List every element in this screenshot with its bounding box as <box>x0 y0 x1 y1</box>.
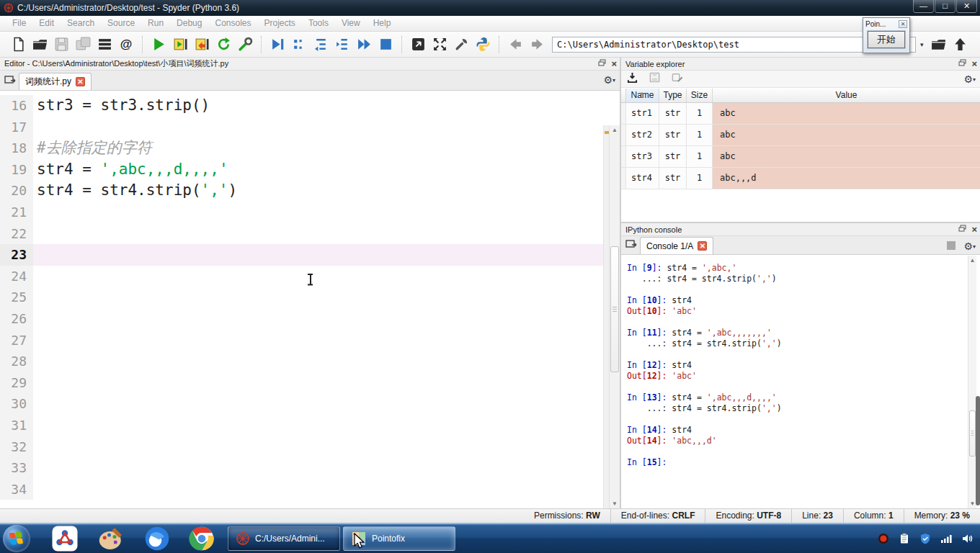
run-configure-button[interactable] <box>235 35 255 55</box>
variable-cell[interactable]: str3 <box>626 146 659 167</box>
variable-cell[interactable]: abc <box>713 125 980 145</box>
debug-file-button[interactable] <box>267 35 288 55</box>
editor-line[interactable]: 28 <box>0 351 603 372</box>
rerun-cell-button[interactable] <box>213 35 233 55</box>
editor-line[interactable]: 27 <box>0 330 603 351</box>
close-button[interactable]: ✕ <box>956 0 977 13</box>
editor-line[interactable]: 19str4 = ',abc,,,d,,,,' <box>0 159 603 181</box>
editor-scrollbar[interactable]: ▲ ▼ <box>609 125 620 508</box>
network-signal-tray-icon[interactable] <box>940 533 952 544</box>
editor-line[interactable]: 22 <box>0 223 603 245</box>
taskbar-task-spyder[interactable]: C:/Users/Admini... <box>228 526 340 551</box>
variable-cell[interactable]: 1 <box>687 146 713 167</box>
console-scrollbar-thumb[interactable] <box>969 410 976 457</box>
menu-file[interactable]: File <box>6 16 32 31</box>
file-switcher-button[interactable] <box>94 35 115 55</box>
taskbar-app-paint-icon[interactable] <box>97 524 125 553</box>
editor-line[interactable]: 23 <box>0 244 603 266</box>
minimize-button[interactable]: — <box>913 0 934 13</box>
variable-row[interactable]: str4str1abc,,,d <box>621 168 980 189</box>
preferences-button[interactable] <box>451 35 471 55</box>
start-button[interactable] <box>3 525 30 552</box>
editor-scrollbar-thumb[interactable] <box>610 246 619 372</box>
variable-cell[interactable]: str <box>659 103 687 124</box>
variable-explorer-options-icon[interactable]: ⚙▾ <box>963 73 976 85</box>
editor-options-icon[interactable]: ⚙▾ <box>603 74 615 86</box>
taskbar-app-chrome-icon[interactable] <box>187 524 216 553</box>
scroll-up-arrow[interactable]: ▲ <box>610 127 620 133</box>
import-data-icon[interactable] <box>627 72 638 86</box>
tab-close-icon[interactable]: ✕ <box>698 241 707 251</box>
save-button[interactable] <box>51 35 71 55</box>
browse-tabs-icon[interactable] <box>625 238 637 251</box>
variable-cell[interactable]: abc <box>713 103 980 124</box>
run-cell-button[interactable] <box>170 35 190 55</box>
variable-cell[interactable]: str1 <box>626 103 659 124</box>
editor-line[interactable]: 29 <box>0 372 603 394</box>
close-pane-icon[interactable]: × <box>971 60 977 68</box>
editor-line[interactable]: 24 <box>0 266 603 287</box>
variable-cell[interactable]: 1 <box>687 125 713 145</box>
directory-dropdown-icon[interactable]: ▾ <box>916 41 928 48</box>
editor-line[interactable]: 21 <box>0 202 603 223</box>
browse-tabs-icon[interactable] <box>4 74 16 87</box>
new-file-button[interactable] <box>8 35 28 55</box>
recording-tray-icon[interactable] <box>878 533 889 544</box>
editor-line[interactable]: 17 <box>0 117 603 138</box>
window-edge-scrollbar[interactable] <box>976 396 980 505</box>
maximize-button[interactable]: □ <box>935 0 956 13</box>
volume-tray-icon[interactable] <box>961 533 973 544</box>
scroll-down-arrow[interactable]: ▼ <box>610 500 620 507</box>
variable-cell[interactable]: str4 <box>626 168 659 189</box>
taskbar-app-sunlogin-icon[interactable] <box>50 524 79 553</box>
variable-cell[interactable]: 1 <box>687 103 713 124</box>
variable-cell[interactable]: 1 <box>687 168 713 189</box>
clipboard-tray-icon[interactable] <box>899 533 910 544</box>
variable-row[interactable]: str3str1abc <box>621 146 980 168</box>
browse-directory-button[interactable] <box>929 35 949 55</box>
parent-directory-button[interactable] <box>950 35 971 55</box>
stop-debug-button[interactable] <box>375 35 396 55</box>
code-editor[interactable]: 16str3 = str3.strip()1718#去除指定的字符19str4 … <box>0 91 620 508</box>
pointofix-close-icon[interactable]: ✕ <box>899 20 907 28</box>
forward-button[interactable] <box>527 35 547 55</box>
pointofix-start-button[interactable]: 开始 <box>868 31 905 48</box>
menu-projects[interactable]: Projects <box>258 16 302 31</box>
editor-tab[interactable]: 词频统计.py ✕ <box>19 73 92 90</box>
variable-cell[interactable]: abc <box>713 146 980 167</box>
menu-view[interactable]: View <box>335 16 367 31</box>
menu-debug[interactable]: Debug <box>170 16 208 31</box>
menu-search[interactable]: Search <box>61 16 101 31</box>
scroll-up-arrow[interactable]: ▲ <box>968 257 976 264</box>
variable-row[interactable]: str1str1abc <box>621 103 980 125</box>
interrupt-kernel-icon[interactable] <box>947 241 956 250</box>
editor-line[interactable]: 25 <box>0 287 603 308</box>
column-header-name[interactable]: Name <box>626 89 659 102</box>
column-header-type[interactable]: Type <box>659 89 687 102</box>
editor-line[interactable]: 20str4 = str4.strip(',') <box>0 180 603 202</box>
editor-line[interactable]: 16str3 = str3.strip() <box>0 95 603 117</box>
save-data-as-icon[interactable] <box>672 72 682 86</box>
column-header-size[interactable]: Size <box>687 89 713 102</box>
menu-source[interactable]: Source <box>101 16 141 31</box>
python-path-button[interactable] <box>473 35 493 55</box>
variable-cell[interactable]: str <box>659 125 687 145</box>
editor-line[interactable]: 18#去除指定的字符 <box>0 138 603 159</box>
run-file-button[interactable] <box>148 35 169 55</box>
editor-line[interactable]: 33 <box>0 457 603 479</box>
undock-icon[interactable] <box>958 225 966 233</box>
run-cell-advance-button[interactable] <box>192 35 212 55</box>
pointofix-window[interactable]: Poin... ✕ 开始 <box>863 17 910 53</box>
step-over-button[interactable] <box>311 35 331 55</box>
undock-icon[interactable] <box>598 59 606 68</box>
menu-help[interactable]: Help <box>367 16 398 31</box>
save-data-icon[interactable] <box>649 72 660 86</box>
variable-cell[interactable]: str <box>659 168 687 189</box>
editor-line[interactable]: 30 <box>0 393 603 415</box>
column-header-value[interactable]: Value <box>713 89 980 102</box>
variable-cell[interactable]: str2 <box>626 125 659 145</box>
variable-cell[interactable]: str <box>659 146 687 167</box>
fullscreen-button[interactable] <box>429 35 450 55</box>
menu-run[interactable]: Run <box>141 16 170 31</box>
editor-line[interactable]: 34 <box>0 479 603 500</box>
